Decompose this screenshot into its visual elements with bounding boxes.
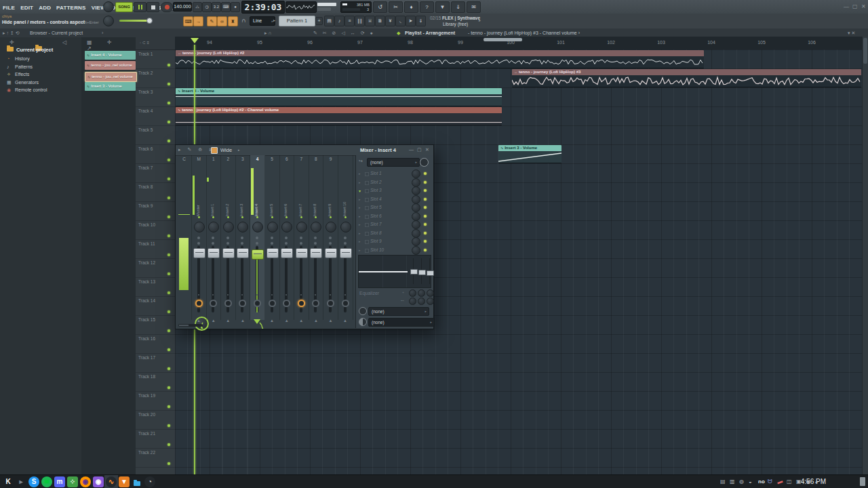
stereo-icon[interactable] — [329, 237, 332, 239]
swap-icon[interactable] — [314, 242, 317, 245]
slot-arrow-icon[interactable]: ▸ — [359, 205, 361, 209]
countdown-icon[interactable]: 3.2 — [212, 2, 221, 12]
discord-icon[interactable]: ᗢ — [768, 479, 772, 485]
vscroll-handle[interactable] — [863, 38, 867, 64]
slot-mix-knob[interactable] — [412, 229, 420, 238]
track-header[interactable]: Track 11 — [136, 239, 175, 259]
track-activity-dot[interactable] — [167, 159, 170, 161]
track-activity-dot[interactable] — [167, 348, 170, 351]
volume-icon[interactable]: ◀ — [806, 479, 810, 485]
send-field[interactable]: (none)▸ — [368, 307, 429, 316]
track-activity-dot[interactable] — [167, 64, 170, 66]
typing-keyboard-icon[interactable]: ⌨ — [221, 2, 231, 12]
time-display[interactable]: 2:39:03 — [241, 1, 285, 14]
master-pitch-knob[interactable] — [103, 16, 114, 26]
track-activity-dot[interactable] — [167, 462, 170, 465]
browser-preview-icon[interactable]: ◁ — [62, 39, 66, 45]
slider-handle[interactable] — [146, 18, 153, 24]
fader-handle[interactable] — [296, 248, 308, 258]
stereo-icon[interactable] — [226, 237, 229, 239]
send-clock-icon[interactable] — [359, 307, 367, 315]
track-activity-dot[interactable] — [167, 310, 170, 313]
tempo-tap-icon[interactable]: ◟ — [395, 16, 406, 26]
swap-icon[interactable] — [226, 242, 229, 245]
track-activity-dot[interactable] — [167, 291, 170, 294]
mixer-slot-1[interactable]: ▸Slot 1 — [356, 169, 433, 178]
pause-button[interactable] — [134, 2, 146, 12]
fader-handle[interactable] — [267, 248, 279, 258]
fader-handle[interactable] — [222, 248, 235, 258]
strip-enable-dot[interactable] — [271, 216, 273, 218]
route-arrow[interactable]: ▲ — [309, 319, 323, 323]
piano-roll-icon[interactable]: ♪ — [334, 16, 344, 26]
slot-mix-knob[interactable] — [412, 237, 420, 246]
eq-display[interactable] — [358, 255, 431, 288]
mute-led[interactable] — [195, 300, 203, 307]
track-activity-dot[interactable] — [167, 102, 170, 104]
strip-enable-dot[interactable] — [227, 216, 229, 218]
slot-mix-knob[interactable] — [412, 212, 420, 221]
slot-led[interactable] — [424, 181, 427, 184]
mixer-layout-select[interactable]: Wide — [220, 147, 232, 153]
strip-enable-dot[interactable] — [344, 216, 347, 218]
mixer-window[interactable]: ▸ ✎ ⟰ ⋈ Wide ▸ Mixer - Insert 4 — ▢ ✕ CM… — [175, 144, 434, 329]
steam-icon[interactable]: ◒ — [749, 479, 752, 485]
stereo-icon[interactable] — [241, 237, 243, 239]
mute-led[interactable] — [239, 300, 246, 307]
fader-handle[interactable] — [281, 248, 293, 258]
pill-icon[interactable]: ▬ — [776, 478, 784, 485]
mixer-slot-5[interactable]: ▸Slot 5 — [356, 203, 433, 211]
pan-knob[interactable] — [296, 222, 307, 232]
mixer-slot-8[interactable]: ▸Slot 8 — [356, 229, 433, 237]
mixer-hscroll-handle[interactable] — [179, 325, 189, 326]
show-desktop-icon[interactable]: ▸ — [16, 476, 26, 487]
kde-menu-icon[interactable]: K — [3, 476, 14, 487]
clipboard-icon[interactable]: ▣ — [796, 479, 802, 485]
slot-arrow-icon[interactable]: ▸ — [359, 231, 361, 235]
mixer-titlebar[interactable]: ▸ ✎ ⟰ ⋈ Wide ▸ Mixer - Insert 4 — ▢ ✕ — [176, 145, 433, 156]
mixer-maximize[interactable]: ▢ — [417, 147, 422, 152]
swap-icon[interactable] — [212, 242, 214, 245]
automation-clip-insert3[interactable]: ∿Insert 3 - Volume — [498, 145, 561, 163]
mixer-view-icon[interactable] — [211, 147, 218, 154]
playlist-icon[interactable]: ▤ — [324, 16, 334, 26]
slot-checkbox[interactable] — [365, 198, 369, 202]
project-picker-icon[interactable]: 🗎 — [375, 16, 385, 26]
slot-arrow-icon[interactable]: ▸ — [359, 239, 361, 243]
track-header[interactable]: Track 19 — [136, 391, 175, 411]
file-manager-icon[interactable] — [132, 476, 142, 487]
slot-route-icon[interactable]: ↪ — [359, 159, 363, 164]
slot-clock-icon[interactable] — [420, 158, 429, 167]
record-button[interactable] — [161, 2, 173, 12]
undo-icon[interactable]: ↺ — [373, 1, 387, 13]
pan-knob[interactable] — [281, 222, 292, 232]
browser-item-remote-control[interactable]: ◉Remote control — [7, 87, 47, 93]
track-header[interactable]: Track 8 — [136, 182, 175, 202]
pan-knob[interactable] — [208, 222, 219, 232]
playlist-breadcrumb-prefix[interactable]: Playlist - Arrangement — [405, 30, 455, 35]
save-icon[interactable]: ▼ — [435, 1, 450, 13]
automation-clip-insert4[interactable]: ∿Insert 4 - Volume — [176, 88, 502, 106]
mixer-minimize[interactable]: — — [409, 147, 414, 152]
export-icon[interactable]: ⇓ — [451, 1, 465, 13]
slot-led[interactable] — [424, 249, 427, 251]
menu-patterns[interactable]: PATTERNS — [54, 2, 89, 11]
track-header[interactable]: Track 9 — [136, 201, 175, 221]
magic-hat-icon[interactable]: ♜ — [228, 16, 238, 26]
wait-input-icon[interactable]: ◷ — [202, 2, 212, 12]
pan-knob[interactable] — [311, 222, 321, 232]
automation-clip-channel-volume[interactable]: ∿tenno - journey (Lofi HipHop) #2 - Chan… — [176, 107, 502, 125]
window-maximize[interactable]: ▢ — [852, 3, 858, 9]
mixer-slot-4[interactable]: ▸Slot 4 — [356, 195, 433, 203]
tray-expand-icon[interactable]: ▴ — [815, 479, 818, 485]
stop-button[interactable] — [146, 2, 159, 12]
mixer-close[interactable]: ✕ — [425, 147, 429, 152]
mixer-strip-insert-9[interactable]: 9Insert 9▲ — [323, 155, 338, 320]
track-header[interactable]: Track 16 — [136, 334, 175, 354]
show-desktop-edge[interactable] — [860, 477, 865, 486]
track-header[interactable]: Track 3 — [136, 87, 175, 107]
window-close[interactable]: ✕ — [861, 3, 866, 9]
mixer-strip-insert-1[interactable]: 1Insert 1▲ — [206, 155, 221, 320]
swap-icon[interactable] — [271, 242, 273, 245]
eq-band3-fader[interactable] — [427, 270, 434, 276]
